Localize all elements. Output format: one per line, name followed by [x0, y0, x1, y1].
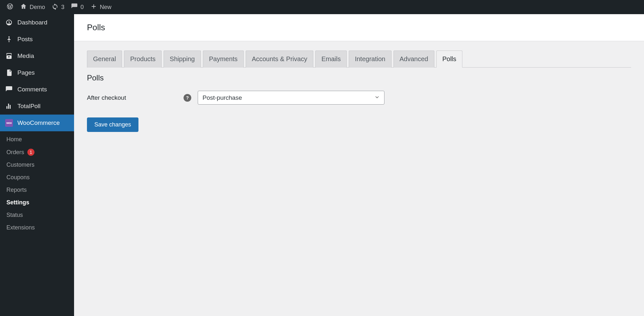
submenu-item-orders[interactable]: Orders 1 — [0, 146, 74, 159]
pages-icon — [5, 69, 13, 77]
section-heading: Polls — [87, 73, 631, 82]
tab-general[interactable]: General — [87, 51, 122, 68]
new-content-link[interactable]: New — [87, 0, 115, 14]
sidebar-item-label: WooCommerce — [17, 119, 60, 126]
admin-sidebar: Dashboard Posts Media Pages Comments Tot… — [0, 14, 74, 316]
submenu-item-customers[interactable]: Customers — [0, 159, 74, 171]
sidebar-item-label: Posts — [17, 36, 33, 43]
submenu-item-status[interactable]: Status — [0, 209, 74, 221]
sidebar-item-label: TotalPoll — [17, 103, 41, 110]
submenu-item-settings[interactable]: Settings — [0, 196, 74, 209]
submenu-item-reports[interactable]: Reports — [0, 184, 74, 196]
sidebar-item-totalpoll[interactable]: TotalPoll — [0, 98, 74, 115]
settings-tabs: General Products Shipping Payments Accou… — [87, 50, 631, 68]
comment-icon — [71, 3, 78, 12]
comment-icon — [5, 86, 13, 93]
sidebar-item-label: Comments — [17, 86, 47, 93]
tab-integration[interactable]: Integration — [349, 51, 392, 68]
sidebar-item-label: Dashboard — [17, 19, 47, 26]
submenu-item-coupons[interactable]: Coupons — [0, 171, 74, 184]
page-title: Polls — [87, 23, 631, 33]
tab-products[interactable]: Products — [124, 51, 162, 68]
sidebar-item-woocommerce[interactable]: woo WooCommerce — [0, 115, 74, 131]
tab-emails[interactable]: Emails — [315, 51, 347, 68]
sidebar-item-media[interactable]: Media — [0, 48, 74, 64]
woocommerce-icon: woo — [5, 119, 13, 127]
tab-shipping[interactable]: Shipping — [164, 51, 201, 68]
sidebar-item-posts[interactable]: Posts — [0, 31, 74, 48]
updates-count: 3 — [61, 4, 64, 11]
submenu-item-extensions[interactable]: Extensions — [0, 221, 74, 234]
submenu-item-home[interactable]: Home — [0, 133, 74, 146]
sidebar-item-dashboard[interactable]: Dashboard — [0, 14, 74, 31]
save-changes-button[interactable]: Save changes — [87, 117, 138, 132]
sidebar-item-pages[interactable]: Pages — [0, 64, 74, 81]
updates-link[interactable]: 3 — [48, 0, 68, 14]
refresh-icon — [52, 3, 59, 12]
main-content: Polls General Products Shipping Payments… — [74, 14, 644, 316]
plus-icon — [90, 3, 97, 12]
tab-payments[interactable]: Payments — [203, 51, 244, 68]
media-icon — [5, 52, 13, 60]
tab-polls[interactable]: Polls — [436, 51, 462, 68]
after-checkout-select[interactable]: Post-purchase — [198, 91, 384, 105]
tab-advanced[interactable]: Advanced — [393, 51, 434, 68]
barchart-icon — [5, 102, 13, 110]
site-home-link[interactable]: Demo — [17, 0, 48, 14]
comments-count: 0 — [80, 4, 84, 11]
wordpress-logo[interactable] — [3, 0, 17, 14]
woocommerce-submenu: Home Orders 1 Customers Coupons Reports … — [0, 131, 74, 238]
new-label: New — [100, 4, 111, 11]
admin-toolbar: Demo 3 0 New — [0, 0, 644, 14]
help-icon[interactable]: ? — [184, 94, 191, 102]
home-icon — [20, 3, 27, 12]
comments-link[interactable]: 0 — [68, 0, 87, 14]
wordpress-icon — [6, 3, 14, 12]
sidebar-item-label: Media — [17, 52, 34, 60]
sidebar-item-comments[interactable]: Comments — [0, 81, 74, 98]
page-header: Polls — [74, 14, 644, 41]
tab-accounts-privacy[interactable]: Accounts & Privacy — [246, 51, 313, 68]
sidebar-item-label: Pages — [17, 69, 35, 76]
after-checkout-row: After checkout ? Post-purchase — [87, 91, 631, 105]
site-name: Demo — [30, 4, 45, 11]
pin-icon — [5, 35, 13, 43]
dashboard-icon — [5, 19, 13, 26]
after-checkout-label: After checkout — [87, 94, 184, 101]
orders-count-badge: 1 — [27, 149, 34, 156]
